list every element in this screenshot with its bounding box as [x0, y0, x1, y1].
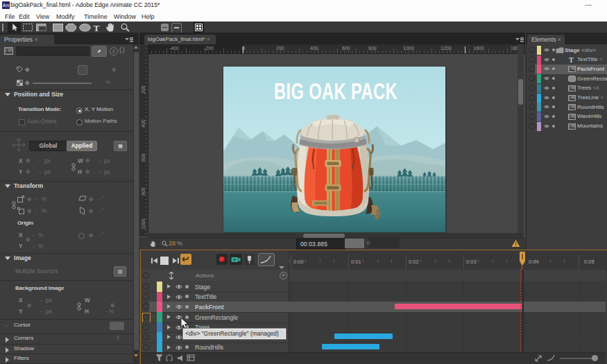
- svg-text:T: T: [94, 23, 100, 33]
- svg-text:BIG OAK PACK: BIG OAK PACK: [274, 78, 397, 104]
